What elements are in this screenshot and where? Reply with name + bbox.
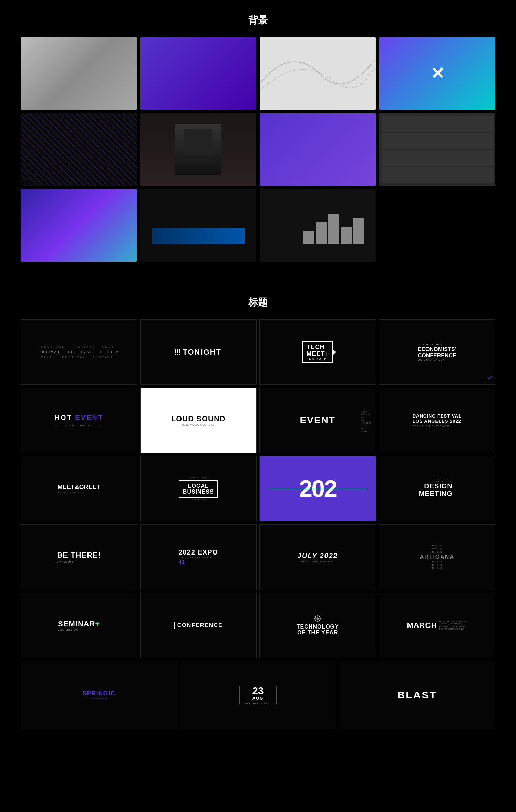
expo-2022-card[interactable]: 2022 EXPO DISCOVER THE WORLD 41 [140,524,257,590]
seminar-content: SEMINAR+ 2022 MISSION [58,620,100,631]
titles-row-6: SPRINGIC Open the Door 23 AUG GET YOUR T… [21,661,495,729]
dancing-fest-title: DANCING FESTIVALLOS ANGELES 2022 [413,413,462,424]
springic-content: SPRINGIC Open the Door [82,690,115,700]
dancing-fest-content: DANCING FESTIVALLOS ANGELES 2022 GET YOU… [413,413,462,428]
tonight-label: TONIGHT [183,348,221,357]
bg-thumb-5[interactable] [21,113,137,186]
tech-year-title: TECHNOLOGYOF THE YEAR [297,624,339,636]
tonight-content: TONIGHT [175,348,221,357]
bg-thumb-2[interactable] [140,37,256,110]
bg-thumb-3[interactable] [260,37,376,110]
event-side-info: GETYOURTICKETSFORTHEHOTTESTEVENTTHISYEAR [361,408,371,433]
expo-sub: DISCOVER THE WORLD [178,556,218,559]
loud-sound-sub: 2022 MUSIC FESTIVAL [171,424,226,426]
blast-card[interactable]: BLAST [339,661,495,729]
bg-thumb-6[interactable] [140,113,256,186]
springic-card[interactable]: SPRINGIC Open the Door [21,661,177,729]
bg-thumb-7[interactable] [260,113,376,186]
big-202-content: 202 [262,459,373,518]
blast-title: BLAST [398,689,437,701]
dancing-fest-sub: GET YOUR TICKETS NOW [413,425,462,428]
tonight-grid-icon [175,349,180,355]
local-business-card[interactable]: JUNE 21, 2022 LOCALBUSINESS BUSINESS [140,456,257,521]
july-title: JULY 2022 [298,552,338,560]
expo-title: 2022 EXPO [178,548,218,556]
tech-year-card[interactable]: TECHNOLOGYOF THE YEAR [259,593,376,658]
tech-arrow-icon [333,349,336,355]
tonight-card[interactable]: TONIGHT [140,319,257,385]
bg-thumb-11[interactable] [260,189,376,262]
bg-thumb-9[interactable] [21,189,137,262]
meet-greet-card[interactable]: MEET&GREET 06/13/2022 03:00 PM [21,456,137,521]
bg-section-title: 背景 [21,0,495,37]
bg-thumb-1[interactable] [21,37,137,110]
econ-check-icon [487,375,492,382]
aug-number: 23 [245,686,271,696]
bg-thumb-10[interactable] [140,189,256,262]
aug-content: 23 AUG GET YOUR TICKETS [239,686,277,704]
design-meeting-card[interactable]: MAY 13, 2022 DESIGNMEETING [379,456,496,521]
event-card[interactable]: EVENT GETYOURTICKETSFORTHEHOTTESTEVENTTH… [259,388,376,453]
be-there-sub: JANUARY + [57,560,101,563]
march-title: MARCH [407,621,437,630]
x-icon: ✕ [431,64,444,83]
festival-content: FESTIVAL FESTIVAL FESTI ESTIVAL FESTIVAL… [39,345,119,360]
economists-conf-card[interactable]: JULY 26-29, 2022 ECONOMISTS'CONFERENCE O… [379,319,496,385]
tech-year-icon [297,615,339,623]
springic-sub: Open the Door [82,697,115,700]
bg-thumb-4[interactable]: ✕ [379,37,495,110]
titles-row-5: SEMINAR+ 2022 MISSION CONFERENCE TECHNOL… [21,593,495,658]
march-card[interactable]: MARCH TECHNOLOGY CONFERENCEOAKLAND, CALI… [379,593,496,658]
aug-month: AUG [245,696,271,701]
econ-date: JULY 26-29, 2022 [418,343,456,346]
conference-border: CONFERENCE [174,622,223,629]
titles-row-4: BE THERE! JANUARY + 2022 EXPO DISCOVER T… [21,524,495,590]
july-2022-content: JULY 2022 TICKETS AVAILABLE NOW! [298,552,338,562]
loud-sound-title: LOUD SOUND [171,415,226,423]
be-there-title: BE THERE! [57,551,101,560]
local-biz-date: JUNE 21, 2022 [179,477,218,479]
expo-num: 41 [178,559,218,566]
july-2022-card[interactable]: JULY 2022 TICKETS AVAILABLE NOW! [259,524,376,590]
hot-event-sub: MUSIC MEETING [65,424,93,427]
big-202-card[interactable]: 202 [259,456,376,521]
hot-event-title: HOT EVENT [55,414,103,422]
local-biz-sub: BUSINESS [179,499,218,501]
tech-meet-card[interactable]: TECHMEET+ NEW YORK [259,319,376,385]
event-title: EVENT [300,415,336,426]
meet-greet-title: MEET&GREET [58,484,101,491]
local-biz-title: LOCALBUSINESS [183,483,214,495]
meet-greet-content: MEET&GREET 06/13/2022 03:00 PM [58,484,101,494]
seminar-sub: 2022 MISSION [58,629,100,631]
titles-row-3: MEET&GREET 06/13/2022 03:00 PM JUNE 21, … [21,456,495,521]
tech-meet-content: TECHMEET+ NEW YORK [302,341,333,363]
festival-card[interactable]: FESTIVAL FESTIVAL FESTI ESTIVAL FESTIVAL… [21,319,137,385]
be-there-card[interactable]: BE THERE! JANUARY + [21,524,137,590]
bg-thumb-empty [379,189,495,262]
hot-event-card[interactable]: HOT EVENT ••••• MUSIC MEETING ••••• [21,388,137,453]
local-business-content: JUNE 21, 2022 LOCALBUSINESS BUSINESS [179,477,218,501]
titles-section-title: 标题 [21,282,495,319]
seminar-title: SEMINAR+ [58,620,100,629]
artigana-title: ARTIGANA [420,554,454,560]
seminar-card[interactable]: SEMINAR+ 2022 MISSION [21,593,137,658]
aug-card[interactable]: 23 AUG GET YOUR TICKETS [180,661,336,729]
tech-meet-box: TECHMEET+ NEW YORK [302,341,333,363]
july-sub: TICKETS AVAILABLE NOW! [298,560,338,562]
springic-title: SPRINGIC [82,690,115,697]
bg-row-3 [21,189,495,262]
titles-section: 标题 FESTIVAL FESTIVAL FESTI ESTIVAL FESTI… [0,282,516,753]
economists-conf-content: JULY 26-29, 2022 ECONOMISTS'CONFERENCE O… [418,343,456,361]
bg-thumb-8[interactable] [379,113,495,186]
artigana-card[interactable]: JUNE 22JUNE 22JUNE 22 ARTIGANA JUNE 22JU… [379,524,496,590]
expo-2022-content: 2022 EXPO DISCOVER THE WORLD 41 [178,548,218,566]
loud-sound-card[interactable]: LOUD SOUND 2022 MUSIC FESTIVAL [140,388,257,453]
curve-svg [260,37,376,110]
be-there-content: BE THERE! JANUARY + [57,551,101,563]
conference-card[interactable]: CONFERENCE [140,593,257,658]
aug-subtitle: GET YOUR TICKETS [245,702,271,704]
local-biz-box: LOCALBUSINESS [179,480,218,498]
march-sub: TECHNOLOGY CONFERENCEOAKLAND, CALIFORNIA… [439,620,467,631]
dancing-festival-card[interactable]: DANCING FESTIVALLOS ANGELES 2022 GET YOU… [379,388,496,453]
festival-text-top: FESTIVAL FESTIVAL FESTI [39,345,119,349]
